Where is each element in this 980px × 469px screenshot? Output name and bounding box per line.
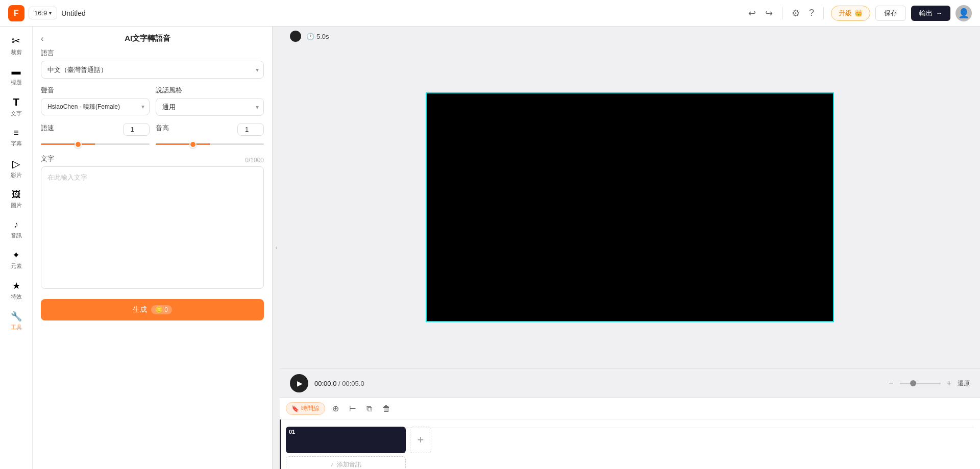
export-button[interactable]: 輸出 →: [911, 6, 950, 21]
sidebar-label-caption: 標題: [11, 79, 22, 86]
sidebar-label-subtitle: 字幕: [11, 140, 22, 147]
collapse-handle[interactable]: ‹: [273, 27, 280, 469]
sidebar-item-effect[interactable]: ★ 特效: [2, 276, 31, 305]
play-button[interactable]: ▶: [290, 374, 308, 392]
generate-label: 生成: [133, 305, 147, 314]
reset-button[interactable]: 還原: [958, 379, 970, 388]
effect-icon: ★: [12, 280, 20, 291]
language-select[interactable]: 中文（臺灣普通話） English 日本語: [41, 61, 264, 79]
add-icon: ⊕: [332, 404, 339, 413]
video-clip[interactable]: 01: [286, 427, 406, 453]
language-field: 語言 中文（臺灣普通話） English 日本語 ▾: [41, 48, 264, 79]
undo-button[interactable]: ↩: [746, 6, 758, 21]
black-dot: [290, 31, 301, 42]
chevron-down-icon: ▾: [49, 10, 52, 16]
panel-header: ‹ AI文字轉語音: [33, 27, 272, 48]
sidebar-label-video: 影片: [11, 171, 22, 179]
timeline-tag-label: 時間線: [301, 404, 320, 413]
aspect-ratio-button[interactable]: 16:9 ▾: [29, 7, 57, 19]
video-frame: [426, 92, 834, 322]
app-logo: F: [8, 5, 24, 21]
timeline-tracks: 01 + ♪ 添加音訊: [280, 419, 980, 469]
topbar-right: ↩ ↪ ⚙ ? 升級 👑 保存 輸出 → 👤: [746, 5, 972, 21]
coin-count: 0: [164, 306, 168, 313]
add-audio-button[interactable]: ♪ 添加音訊: [286, 456, 406, 469]
time-display: 00:00.0 / 00:05.0: [314, 380, 364, 387]
add-audio-label: 添加音訊: [337, 460, 361, 469]
ai-tts-panel: ‹ AI文字轉語音 語言 中文（臺灣普通話） English 日本語 ▾: [33, 27, 273, 469]
panel-body: 語言 中文（臺灣普通話） English 日本語 ▾ 聲音 Hsiao: [33, 48, 272, 299]
total-time: 00:05.0: [342, 380, 364, 387]
sidebar-item-tools[interactable]: 🔧 工具: [2, 307, 31, 335]
generate-button[interactable]: 生成 🪙 0: [41, 299, 264, 320]
zoom-in-button[interactable]: +: [945, 378, 953, 389]
style-field: 說話風格 通用 新聞 客服 ▾: [156, 86, 264, 116]
text-count: 0/1000: [245, 157, 264, 164]
pitch-slider-wrap: [156, 138, 264, 147]
panel-title: AI文字轉語音: [125, 34, 170, 43]
zoom-out-button[interactable]: −: [887, 378, 895, 389]
sidebar-item-caption[interactable]: ▬ 標題: [2, 62, 31, 90]
back-button[interactable]: ‹: [41, 34, 43, 43]
sidebar-item-subtitle[interactable]: ≡ 字幕: [2, 124, 31, 152]
speed-slider[interactable]: [41, 143, 150, 145]
split-icon: ⊢: [349, 404, 356, 413]
settings-button[interactable]: ⚙: [790, 6, 802, 21]
sidebar-item-element[interactable]: ✦ 元素: [2, 245, 31, 274]
pitch-label: 音高: [156, 124, 169, 133]
sidebar-item-audio[interactable]: ♪ 音訊: [2, 215, 31, 243]
collapse-icon: ‹: [276, 245, 277, 251]
add-clip-icon: +: [418, 433, 424, 447]
speed-label: 語速: [41, 124, 54, 133]
timeline-copy-button[interactable]: ⧉: [363, 403, 375, 415]
pitch-input[interactable]: [237, 123, 264, 136]
copy-icon: ⧉: [366, 404, 372, 413]
clip-number: 01: [289, 429, 295, 435]
canvas-area: 🕐 5.0s ▶ 00:00.0 / 00:05.0 − + 還原: [280, 27, 980, 469]
topbar: F 16:9 ▾ Untitled ↩ ↪ ⚙ ? 升級 👑 保存 輸出 → 👤: [0, 0, 980, 27]
crown-icon: 👑: [854, 9, 863, 17]
help-button[interactable]: ?: [807, 6, 816, 20]
upgrade-button[interactable]: 升級 👑: [831, 6, 870, 21]
save-button[interactable]: 保存: [875, 6, 906, 21]
video-track-row: 01 +: [286, 427, 974, 453]
voice-style-row: 聲音 HsiaoChen - 曉臻(Female) XiaoMo - 曉墨(Ma…: [41, 86, 264, 116]
zoom-slider[interactable]: [900, 383, 941, 384]
sidebar-item-image[interactable]: 🖼 圖片: [2, 185, 31, 213]
text-icon: T: [13, 96, 19, 108]
tools-icon: 🔧: [11, 311, 22, 322]
document-title: Untitled: [61, 9, 85, 17]
duration-text: 🕐 5.0s: [306, 33, 329, 40]
pitch-slider[interactable]: [156, 143, 264, 145]
timeline-delete-button[interactable]: 🗑: [379, 403, 394, 415]
bookmark-icon: 🔖: [291, 405, 299, 412]
avatar[interactable]: 👤: [955, 5, 972, 21]
style-label: 說話風格: [156, 86, 264, 95]
topbar-left: F 16:9 ▾ Untitled: [8, 5, 86, 21]
arrow-right-icon: →: [936, 9, 942, 17]
sidebar-label-clip: 裁剪: [11, 48, 22, 56]
add-clip-button[interactable]: +: [410, 427, 431, 453]
speed-slider-wrap: [41, 138, 150, 147]
timeline-add-button[interactable]: ⊕: [329, 402, 342, 415]
coin-badge: 🪙 0: [151, 305, 172, 314]
image-icon: 🖼: [12, 189, 21, 200]
coin-icon: 🪙: [155, 306, 163, 313]
canvas-preview: [280, 46, 980, 368]
sidebar-item-video[interactable]: ▷ 影片: [2, 154, 31, 183]
playback-bar: ▶ 00:00.0 / 00:05.0 − + 還原: [280, 368, 980, 398]
divider: [782, 7, 782, 19]
text-textarea[interactable]: [41, 166, 264, 289]
style-select[interactable]: 通用 新聞 客服: [156, 98, 264, 116]
voice-select[interactable]: HsiaoChen - 曉臻(Female) XiaoMo - 曉墨(Male): [41, 98, 150, 115]
sidebar-item-clip[interactable]: ✂ 裁剪: [2, 31, 31, 60]
voice-select-wrap: HsiaoChen - 曉臻(Female) XiaoMo - 曉墨(Male)…: [41, 98, 150, 115]
sidebar-item-text[interactable]: T 文字: [2, 92, 31, 121]
timeline-split-button[interactable]: ⊢: [346, 402, 359, 415]
speed-input[interactable]: [123, 123, 150, 136]
clock-icon: 🕐: [306, 33, 314, 40]
element-icon: ✦: [12, 250, 20, 261]
canvas-info-bar: 🕐 5.0s: [280, 27, 980, 46]
redo-button[interactable]: ↪: [763, 6, 775, 21]
subtitle-icon: ≡: [13, 128, 19, 138]
